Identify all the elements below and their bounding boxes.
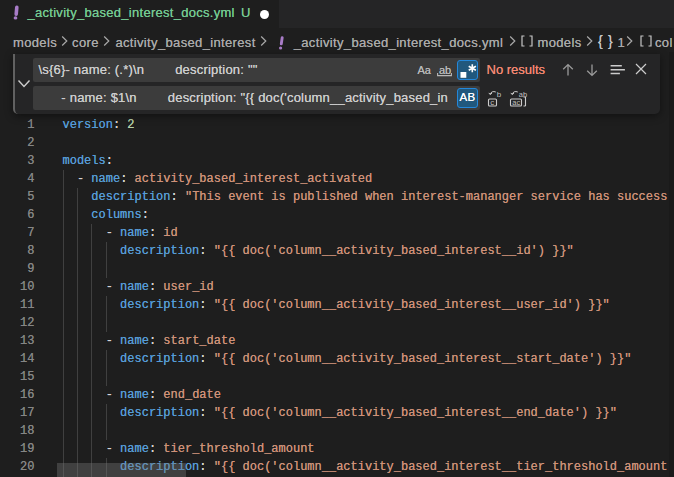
svg-text:c: c — [490, 98, 494, 107]
svg-text:b: b — [496, 90, 501, 99]
svg-text:ac: ac — [512, 98, 520, 107]
